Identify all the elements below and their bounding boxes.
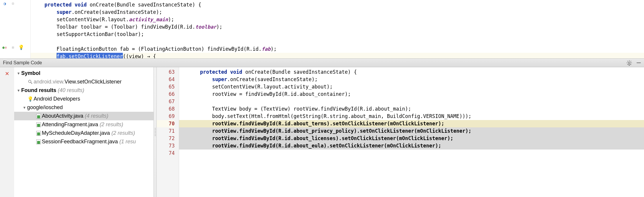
code-line[interactable]: rootView.findViewById(R.id.about_terms).… xyxy=(179,120,644,127)
file-result-label: MyScheduleDayAdapter.java (2 results) xyxy=(42,130,135,136)
line-number: 74 xyxy=(157,150,175,157)
tree-node-repo[interactable]: google/iosched xyxy=(27,104,63,111)
file-result-label: AboutActivity.java (4 results) xyxy=(42,113,108,119)
fold-plus-icon[interactable]: ⊞ xyxy=(11,45,15,50)
java-file-icon xyxy=(35,131,42,136)
file-result-row[interactable]: AttendingFragment.java (2 results) xyxy=(14,120,153,129)
close-icon[interactable]: ✕ xyxy=(5,70,9,197)
tree-heading-found: Found results (40 results) xyxy=(21,87,84,93)
svg-point-0 xyxy=(628,62,630,64)
change-marker-icon[interactable]: ●↑ xyxy=(2,45,7,50)
code-line[interactable]: rootView.findViewById(R.id.about_privacy… xyxy=(179,127,644,135)
tree-heading-symbol: Symbol xyxy=(21,70,40,76)
main-editor[interactable]: ◑ ⊟ ●↑ ⊞ 💡 protected void onCreate(Bundl… xyxy=(0,0,644,58)
chevron-down-icon[interactable]: ▼ xyxy=(22,106,27,110)
line-number: 66 xyxy=(157,91,175,98)
java-file-icon xyxy=(35,114,42,119)
editor-code-area[interactable]: protected void onCreate(Bundle savedInst… xyxy=(31,0,644,58)
code-line[interactable]: TextView body = (TextView) rootView.find… xyxy=(179,105,644,113)
svg-line-11 xyxy=(31,82,32,84)
line-number: 69 xyxy=(157,113,175,120)
bulb-icon: 💡 xyxy=(27,96,34,102)
sample-code-area[interactable]: protected void onCreate(Bundle savedInst… xyxy=(179,67,644,197)
fold-minus-icon[interactable]: ⊟ xyxy=(11,1,15,6)
code-line[interactable]: super.onCreate(savedInstanceState); xyxy=(179,76,644,83)
sample-editor[interactable]: 636465666768697071727374 protected void … xyxy=(157,67,644,197)
line-number: 71 xyxy=(157,127,175,135)
code-line[interactable]: protected void onCreate(Bundle savedInst… xyxy=(179,68,644,76)
panel-title: Find Sample Code xyxy=(3,60,42,65)
file-result-row[interactable]: AboutActivity.java (4 results) xyxy=(14,112,153,120)
code-line[interactable] xyxy=(31,38,644,45)
java-file-icon xyxy=(35,122,42,127)
line-number: 63 xyxy=(157,68,175,76)
editor-gutter: ◑ ⊟ ●↑ ⊞ 💡 xyxy=(0,0,31,58)
svg-rect-9 xyxy=(637,63,641,63)
line-number: 72 xyxy=(157,135,175,142)
code-line[interactable]: Toolbar toolbar = (Toolbar) findViewById… xyxy=(31,23,644,31)
line-number: 70 xyxy=(157,120,175,127)
svg-point-10 xyxy=(29,80,31,82)
chevron-down-icon[interactable]: ▼ xyxy=(16,88,21,93)
svg-line-7 xyxy=(628,64,628,65)
override-marker-icon[interactable]: ◑ xyxy=(2,1,7,6)
svg-line-6 xyxy=(630,64,631,65)
intention-bulb-icon[interactable]: 💡 xyxy=(19,45,24,50)
file-result-label: SessionFeedbackFragment.java (1 resu xyxy=(42,139,136,145)
code-line[interactable]: setContentView(R.layout.activity_about); xyxy=(179,83,644,91)
line-number: 68 xyxy=(157,105,175,113)
java-file-icon xyxy=(35,139,42,144)
code-line[interactable]: setContentView(R.layout.activity_main); xyxy=(31,16,644,23)
code-line[interactable]: setSupportActionBar(toolbar); xyxy=(31,31,644,38)
code-line[interactable]: fab.setOnClickListener((view) → { xyxy=(31,53,644,58)
line-number: 67 xyxy=(157,98,175,105)
code-line[interactable] xyxy=(179,150,644,157)
line-number: 64 xyxy=(157,76,175,83)
symbol-path[interactable]: android.view.View.setOnClickListener xyxy=(34,79,122,85)
line-number-gutter: 636465666768697071727374 xyxy=(157,67,179,197)
hide-panel-icon[interactable] xyxy=(636,60,641,65)
code-line[interactable]: rootView.findViewById(R.id.about_license… xyxy=(179,135,644,142)
code-line[interactable]: rootView = findViewById(R.id.about_conta… xyxy=(179,91,644,98)
line-number: 73 xyxy=(157,142,175,150)
results-tree[interactable]: ▼ Symbol android.view.View.setOnClickLis… xyxy=(14,67,154,197)
find-sample-panel-body: ✕ ▼ Symbol android.view.View.setOnClickL… xyxy=(0,67,644,197)
search-icon xyxy=(27,80,34,84)
code-line[interactable]: rootView.findViewById(R.id.about_eula).s… xyxy=(179,142,644,150)
settings-gear-icon[interactable] xyxy=(626,60,632,66)
splitter-handle[interactable] xyxy=(154,67,157,197)
code-line[interactable]: super.onCreate(savedInstanceState); xyxy=(31,9,644,16)
panel-close-column: ✕ xyxy=(0,67,14,197)
svg-line-8 xyxy=(630,61,631,62)
code-line[interactable]: protected void onCreate(Bundle savedInst… xyxy=(31,1,644,9)
file-result-row[interactable]: SessionFeedbackFragment.java (1 resu xyxy=(14,137,153,146)
find-sample-panel-header[interactable]: Find Sample Code xyxy=(0,58,644,67)
code-line[interactable]: body.setText(Html.fromHtml(getString(R.s… xyxy=(179,113,644,120)
code-line[interactable]: FloatingActionButton fab = (FloatingActi… xyxy=(31,45,644,53)
chevron-down-icon[interactable]: ▼ xyxy=(16,71,21,75)
code-line[interactable] xyxy=(179,98,644,105)
line-number: 65 xyxy=(157,83,175,91)
tree-node-android-devs[interactable]: Android Developers xyxy=(34,96,80,102)
svg-line-5 xyxy=(628,61,628,62)
file-result-row[interactable]: MyScheduleDayAdapter.java (2 results) xyxy=(14,129,153,137)
file-result-label: AttendingFragment.java (2 results) xyxy=(42,122,123,128)
